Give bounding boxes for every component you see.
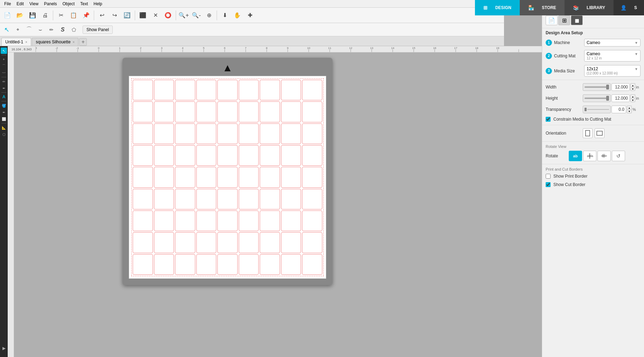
download-btn[interactable]: ⬇: [219, 9, 231, 21]
width-slider[interactable]: [584, 86, 609, 88]
expand-panel-btn[interactable]: ▶: [0, 343, 8, 354]
zoom-out-btn[interactable]: 🔍-: [190, 9, 202, 21]
transparency-down[interactable]: ▼: [627, 109, 632, 113]
orientation-icons: [583, 128, 604, 138]
undo-btn[interactable]: ↩: [96, 9, 108, 21]
new-btn[interactable]: 📄: [1, 9, 13, 21]
svg-text:12: 12: [349, 47, 352, 50]
rotate-btn-ab[interactable]: ab: [569, 151, 582, 161]
nav-design-btn[interactable]: ⊞ DESIGN: [475, 0, 520, 15]
print-btn[interactable]: 🖨: [39, 9, 51, 21]
menu-text[interactable]: Text: [77, 1, 91, 7]
constrain-checkbox[interactable]: [546, 117, 551, 122]
constrain-label[interactable]: Constrain Media to Cutting Mat: [553, 117, 611, 122]
orientation-landscape[interactable]: [595, 128, 604, 138]
left-tool-eraser[interactable]: ⬜: [1, 116, 7, 122]
crosshair-btn[interactable]: ✚: [244, 9, 256, 21]
divider4: [542, 164, 644, 164]
svg-rect-51: [597, 131, 602, 135]
show-print-border-checkbox[interactable]: [546, 174, 551, 179]
tool-text[interactable]: S: [57, 24, 68, 35]
tool-node[interactable]: ⌖: [13, 24, 23, 35]
left-tool-select[interactable]: ↖: [1, 48, 7, 54]
show-cut-border-label[interactable]: Show Cut Border: [553, 182, 585, 187]
left-tool-stroke[interactable]: ✒: [1, 109, 7, 115]
left-tool-4[interactable]: 〰: [1, 70, 7, 76]
hand-btn[interactable]: ✋: [231, 9, 243, 21]
ruler-vertical: [8, 52, 14, 357]
tab-close-untitled1[interactable]: ×: [25, 40, 27, 44]
transparency-input[interactable]: [611, 106, 626, 113]
width-down[interactable]: ▼: [630, 87, 635, 91]
select-all-btn[interactable]: ⬛: [137, 9, 149, 21]
menu-help[interactable]: Help: [91, 1, 105, 7]
tool-curve2[interactable]: ⌣: [35, 24, 46, 35]
tool-curve1[interactable]: ⌒: [24, 24, 34, 35]
menu-panels[interactable]: Panels: [41, 1, 60, 7]
show-cut-border-checkbox[interactable]: [546, 182, 551, 187]
tab-close-squares[interactable]: ×: [73, 40, 75, 44]
height-slider[interactable]: [584, 98, 609, 99]
menu-object[interactable]: Object: [60, 1, 78, 7]
left-tool-3[interactable]: ⌒: [1, 63, 7, 69]
transparency-slider-fill[interactable]: [587, 109, 609, 110]
left-tool-text[interactable]: A: [1, 94, 7, 100]
transparency-slider-thumb[interactable]: [584, 108, 587, 111]
tab-add-btn[interactable]: +: [79, 38, 87, 46]
left-tool-transform[interactable]: ⬡: [1, 131, 7, 137]
menu-view[interactable]: View: [27, 1, 41, 7]
open-btn[interactable]: 📂: [14, 9, 26, 21]
grid-square: [217, 101, 238, 122]
paste-btn[interactable]: 📌: [80, 9, 92, 21]
height-slider-thumb[interactable]: [606, 96, 609, 101]
left-tool-fill[interactable]: 🪣: [1, 102, 7, 109]
left-tool-5[interactable]: ✏: [1, 78, 7, 85]
view-icon-grid[interactable]: ⊞: [558, 15, 570, 25]
rotate-btn-flip-v[interactable]: abab: [597, 151, 611, 161]
canvas-area[interactable]: ▲: [14, 52, 542, 357]
left-tool-measure[interactable]: 📐: [1, 124, 7, 131]
left-tool-2[interactable]: ⌖: [1, 56, 7, 63]
view-icon-page[interactable]: 📄: [546, 15, 558, 25]
save-btn[interactable]: 💾: [27, 9, 38, 21]
view-icon-dark[interactable]: ◼: [571, 15, 583, 25]
redo-btn[interactable]: ↪: [108, 9, 120, 21]
media-size-dropdown[interactable]: 12x12 ▼ (12.000 x 12.000 in): [584, 65, 640, 77]
svg-text:9: 9: [287, 47, 289, 50]
cut-btn[interactable]: ✂: [55, 9, 67, 21]
tool-shape[interactable]: ⬠: [69, 24, 79, 35]
width-input[interactable]: 12.000: [611, 83, 630, 91]
grid-square: [239, 101, 259, 122]
menu-file[interactable]: File: [1, 1, 14, 7]
weld-btn[interactable]: ⭕: [162, 9, 174, 21]
transparency-up[interactable]: ▲: [627, 106, 632, 109]
rotate-btn-rotate[interactable]: ↺: [612, 151, 625, 161]
nav-s-btn[interactable]: 👤 S: [614, 0, 644, 15]
show-panel-btn[interactable]: Show Panel: [83, 26, 113, 34]
grid-square: [133, 210, 153, 231]
nav-library-btn[interactable]: 📚 LIBRARY: [565, 0, 614, 15]
machine-dropdown[interactable]: Cameo ▼: [584, 39, 640, 47]
tab-untitled1[interactable]: Untitled-1 ×: [1, 38, 31, 46]
delete-btn[interactable]: ✕: [149, 9, 161, 21]
tool-arrow[interactable]: ↖: [1, 24, 12, 35]
nav-store-btn[interactable]: 🏪 STORE: [520, 0, 565, 15]
rotate-btn-flip-h[interactable]: abab: [583, 151, 596, 161]
cutting-mat-dropdown[interactable]: Cameo ▼ 12 x 12 in: [584, 50, 640, 62]
zoom-fit-btn[interactable]: ⊕: [203, 9, 215, 21]
height-down[interactable]: ▼: [630, 98, 635, 102]
height-up[interactable]: ▲: [630, 94, 635, 98]
copy-btn[interactable]: 📋: [68, 9, 79, 21]
grid-square: [281, 210, 301, 231]
tool-pencil[interactable]: ✏: [46, 24, 57, 35]
show-print-border-label[interactable]: Show Print Border: [553, 174, 587, 179]
menu-edit[interactable]: Edit: [14, 1, 27, 7]
left-tool-6[interactable]: ✒: [1, 85, 7, 91]
zoom-in-btn[interactable]: 🔍+: [178, 9, 190, 21]
tab-squares[interactable]: squares Silhouette ×: [32, 38, 78, 46]
width-slider-thumb[interactable]: [606, 85, 609, 90]
height-input[interactable]: 12.000: [611, 94, 630, 102]
width-up[interactable]: ▲: [630, 83, 635, 87]
refresh-btn[interactable]: 🔄: [121, 9, 133, 21]
orientation-portrait[interactable]: [583, 128, 593, 138]
